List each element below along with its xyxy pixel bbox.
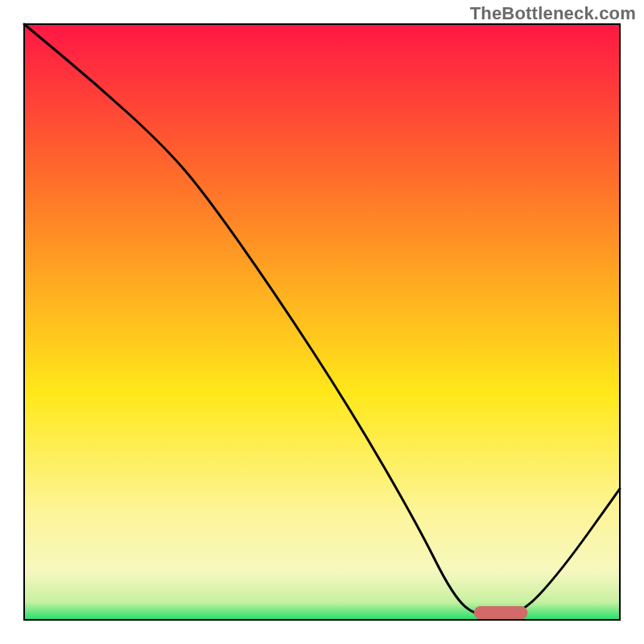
optimal-range-marker xyxy=(474,606,528,619)
chart-container: TheBottleneck.com xyxy=(0,0,644,644)
bottleneck-chart xyxy=(0,0,644,644)
chart-background xyxy=(24,24,620,620)
